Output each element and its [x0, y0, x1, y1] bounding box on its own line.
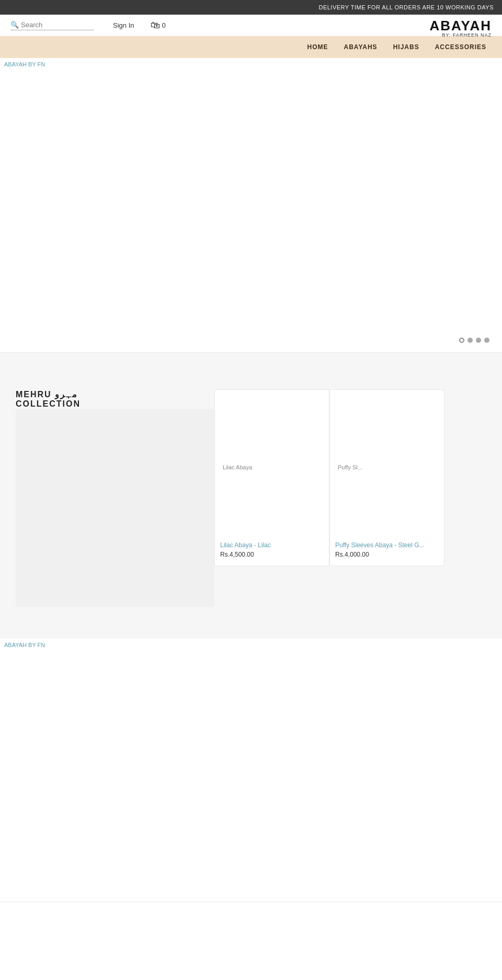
sign-in-link[interactable]: Sign In — [113, 21, 134, 29]
slider-dot-1[interactable] — [459, 338, 464, 343]
nav-item-home[interactable]: HOME — [307, 43, 328, 51]
slider-dots — [459, 338, 489, 343]
nav-item-hijabs[interactable]: HIJABS — [393, 43, 419, 51]
cart-icon: 🛍 — [151, 20, 160, 31]
cart-count: 0 — [162, 21, 165, 29]
breadcrumb-2-text: ABAYAH BY FN — [4, 642, 45, 648]
search-input[interactable] — [21, 21, 94, 29]
product-label-lilac: Lilac Abaya — [220, 463, 255, 471]
hero-banner — [0, 71, 502, 353]
product-image-puffy: Puffy Sl... — [330, 390, 444, 536]
collection-row: Lilac Abaya Lilac Abaya - Lilac Rs.4,500… — [214, 389, 486, 566]
slider-dot-3[interactable] — [476, 338, 481, 343]
slider-dot-2[interactable] — [467, 338, 473, 343]
announcement-bar: DELIVERY TIME FOR ALL ORDERS ARE 10 WORK… — [0, 0, 502, 15]
collection-title-line2: COLLECTION — [16, 399, 188, 409]
product-info-lilac: Lilac Abaya - Lilac Rs.4,500.00 — [215, 536, 329, 566]
product-info-puffy: Puffy Sleeves Abaya - Steel G... Rs.4,00… — [330, 536, 444, 566]
collection-content: MEHRU مہرو COLLECTION Lilac Abaya Lilac … — [16, 389, 486, 607]
collection-title-line1: MEHRU مہرو — [16, 389, 188, 399]
collection-title-block: MEHRU مہرو COLLECTION — [16, 389, 188, 409]
product-card-puffy[interactable]: NEW Puffy Sl... Puffy Sleeves Abaya - St… — [329, 389, 444, 566]
collection-products-col: Lilac Abaya Lilac Abaya - Lilac Rs.4,500… — [214, 389, 486, 607]
section-gap-1 — [0, 353, 502, 379]
nav-item-abayahs[interactable]: ABAYAHS — [344, 43, 377, 51]
breadcrumb-2[interactable]: ABAYAH BY FN — [0, 639, 502, 651]
header-left: 🔍 Sign In 🛍 0 — [10, 20, 166, 31]
search-icon: 🔍 — [10, 21, 19, 29]
second-hero-banner — [0, 651, 502, 902]
product-name-lilac[interactable]: Lilac Abaya - Lilac — [220, 541, 324, 549]
nav-bar: HOME ABAYAHS HIJABS ACCESSORIES — [0, 36, 502, 58]
product-label-puffy: Puffy Sl... — [335, 463, 365, 471]
cart-button[interactable]: 🛍 0 — [151, 20, 165, 31]
product-image-lilac: Lilac Abaya — [215, 390, 329, 536]
product-price-puffy: Rs.4,000.00 — [335, 551, 439, 558]
breadcrumb-1-text: ABAYAH BY FN — [4, 61, 45, 67]
slider-dot-4[interactable] — [484, 338, 489, 343]
breadcrumb-1[interactable]: ABAYAH BY FN — [0, 58, 502, 71]
product-price-lilac: Rs.4,500.00 — [220, 551, 324, 558]
announcement-text: DELIVERY TIME FOR ALL ORDERS ARE 10 WORK… — [318, 4, 494, 10]
product-name-puffy[interactable]: Puffy Sleeves Abaya - Steel G... — [335, 541, 439, 549]
product-card-lilac[interactable]: Lilac Abaya Lilac Abaya - Lilac Rs.4,500… — [214, 389, 329, 566]
logo-main: ABAYAH — [430, 19, 492, 32]
nav-item-accessories[interactable]: ACCESSORIES — [435, 43, 486, 51]
collection-left-image — [16, 409, 214, 607]
search-wrapper[interactable]: 🔍 — [10, 21, 94, 30]
collection-info-col: MEHRU مہرو COLLECTION — [16, 389, 214, 607]
section-divider — [0, 623, 502, 639]
header: 🔍 Sign In 🛍 0 ABAYAH BY: FARHEEN NAZ — [0, 15, 502, 36]
collection-section: MEHRU مہرو COLLECTION Lilac Abaya Lilac … — [0, 379, 502, 623]
logo[interactable]: ABAYAH BY: FARHEEN NAZ — [430, 19, 492, 38]
